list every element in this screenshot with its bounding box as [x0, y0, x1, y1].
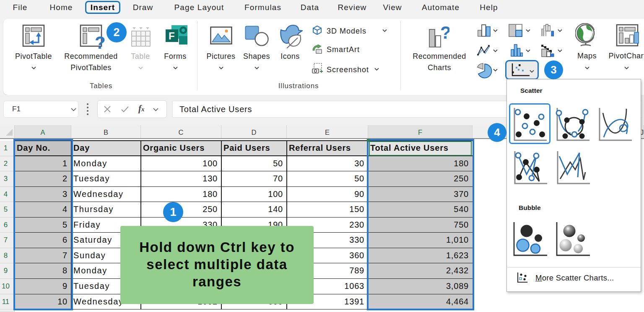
svg-text:?: ?: [95, 33, 106, 50]
svg-text:?: ?: [440, 24, 449, 42]
svg-text:F: F: [169, 30, 175, 42]
